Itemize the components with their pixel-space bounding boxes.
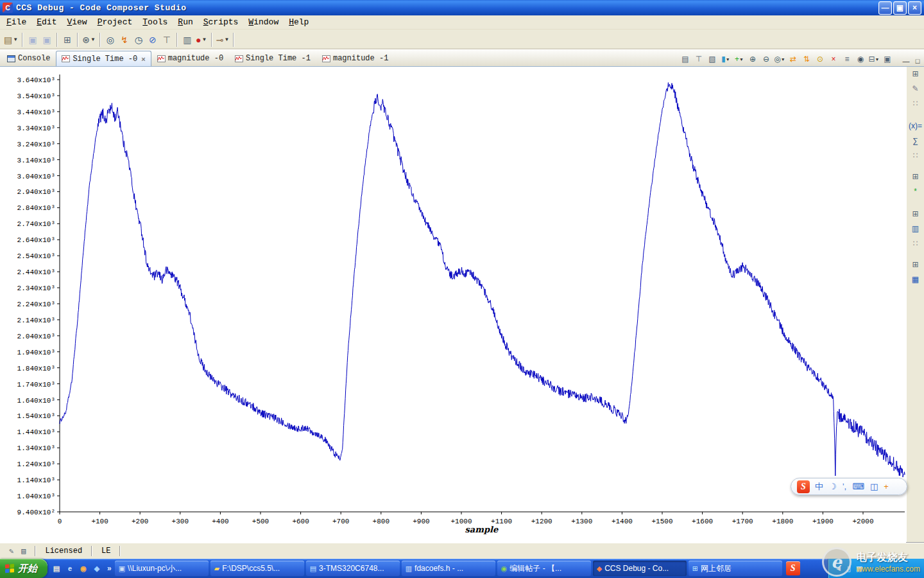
menu-project[interactable]: Project — [92, 16, 138, 28]
search-data-icon[interactable]: ◉ ▼ — [855, 53, 866, 65]
windows-flag-icon — [5, 564, 15, 574]
measurement-dropdown[interactable]: + ▼ — [733, 53, 745, 65]
restore-memory-icon[interactable]: ⊞ — [912, 259, 918, 270]
restore-debug-icon[interactable]: ⊞ — [912, 171, 918, 182]
snapshot-icon[interactable]: ⊙ ▼ — [814, 53, 826, 65]
sogou-wrench-icon[interactable]: + — [884, 482, 889, 491]
zoom-mode-dropdown[interactable]: ◎ ▼ — [774, 53, 785, 65]
edit-icon[interactable]: ✎ — [912, 83, 918, 94]
pin-display-icon[interactable]: ⊤ ▼ — [693, 53, 705, 65]
tab-console[interactable]: Console × — [1, 51, 56, 66]
display-mode-dropdown[interactable]: ⊟ ▼ — [868, 53, 880, 65]
build-dropdown[interactable]: ⊛ ▼ — [81, 33, 97, 47]
close-tab-icon[interactable]: × — [141, 55, 145, 63]
variables-icon[interactable]: (x)= — [909, 121, 922, 131]
sogou-taskbar-icon[interactable]: S — [786, 561, 800, 575]
task-tms320-doc[interactable]: ▤ 3-TMS320C6748... — [306, 561, 400, 576]
sogou-keyboard-icon[interactable]: ⌨ — [852, 482, 864, 491]
tab-single-time-1[interactable]: Single Time -1 × — [229, 51, 316, 66]
y-tick-label: 2.440x10³ — [17, 268, 55, 276]
task-icon: ◆ — [597, 565, 602, 572]
memory-save-icon[interactable]: ▥ ▼ — [180, 33, 194, 47]
sogou-moon-icon[interactable]: ☽ — [829, 482, 837, 491]
chart-style-dropdown[interactable]: ▮ ▼ — [720, 53, 732, 65]
save-icon[interactable]: ▣ ▼ — [26, 33, 40, 47]
status-bar: ✎▤ Licensed LE — [0, 543, 924, 559]
expressions-icon[interactable]: ∑ — [912, 136, 918, 146]
minimize-button[interactable]: — — [878, 1, 892, 15]
maximize-view-icon[interactable]: □ — [912, 56, 923, 66]
y-tick-label: 2.240x10³ — [17, 301, 55, 308]
sogou-logo-icon[interactable]: S — [797, 480, 810, 493]
skip-breakpoints-icon[interactable]: ⊘ ▼ — [146, 33, 160, 47]
menu-scripts[interactable]: Scripts — [198, 16, 244, 28]
sogou-punctuation-icon[interactable]: ’, — [843, 482, 847, 491]
media-player-icon[interactable]: ◉ — [78, 563, 89, 574]
editor-window-icon[interactable]: ⊞ ▼ — [60, 33, 74, 47]
clock-icon[interactable]: ◷ ▼ — [132, 33, 146, 47]
menu-edit[interactable]: Edit — [31, 16, 62, 28]
view-window-controls: —□ — [901, 56, 923, 66]
refresh-graph-icon[interactable]: ⇄ ▼ — [787, 53, 799, 65]
export-data-icon[interactable]: ▧ ▼ — [706, 53, 718, 65]
probe-dropdown[interactable]: ⊸ ▼ — [215, 33, 231, 47]
console-view-icon[interactable]: ▥ — [912, 223, 919, 234]
auto-fit-icon[interactable]: ▤ ▼ — [680, 53, 691, 65]
restore-console-icon[interactable]: ⊞ — [912, 69, 918, 79]
messenger-icon[interactable]: ◆ — [91, 563, 103, 574]
relaunch-icon[interactable]: * — [914, 186, 917, 197]
tray-usb-icon[interactable]: ▯ — [847, 565, 851, 573]
sogou-skin-icon[interactable]: ◫ — [870, 482, 878, 491]
start-button[interactable]: 开始 — [0, 559, 47, 578]
x-tick-label: +700 — [332, 518, 349, 525]
tab-magnitude-1[interactable]: magnitude -1 × — [316, 51, 394, 66]
tab-magnitude-0[interactable]: magnitude -0 × — [151, 51, 229, 66]
open-new-window-icon[interactable]: ▣ ▼ — [882, 53, 893, 65]
writable-icon[interactable]: ✎ — [5, 547, 17, 556]
show-legend-icon[interactable]: ≡ ▼ — [841, 53, 853, 65]
quicklaunch-overflow-chevron[interactable]: » — [106, 564, 113, 573]
drag-handle-dots-2[interactable]: ∷ — [913, 150, 918, 161]
menu-tools[interactable]: Tools — [137, 16, 173, 28]
new-dropdown[interactable]: ▤ ▼ — [3, 33, 19, 47]
single-time-chart: 3.640x10³3.540x10³3.440x10³3.340x10³3.24… — [0, 67, 906, 543]
task-liuxun-pc[interactable]: ▣ \\Liuxun-pc\小... — [115, 561, 209, 576]
zoom-out-icon[interactable]: ⊖ ▼ — [760, 53, 772, 65]
close-button[interactable]: × — [908, 1, 921, 15]
breakpoint-dropdown[interactable]: ● ▼ — [194, 33, 209, 47]
menu-help[interactable]: Help — [284, 16, 314, 28]
show-desktop-icon[interactable]: ▤ — [51, 563, 62, 574]
restore-button[interactable]: ▣ — [893, 1, 907, 15]
toolbar-group: ▥ ▼ ● ▼ — [180, 33, 215, 47]
menu-window[interactable]: Window — [243, 16, 284, 28]
ie-icon[interactable]: e — [64, 563, 76, 574]
y-tick-label: 1.840x10³ — [17, 365, 55, 372]
memory-browser-icon[interactable]: ▦ — [912, 274, 919, 285]
sogou-mode-chinese[interactable]: 中 — [815, 481, 823, 493]
sync-graph-icon[interactable]: ⇅ ▼ — [801, 53, 812, 65]
tray-network-icon[interactable]: ▦ — [856, 565, 862, 573]
selection-mode-icon[interactable]: ▤ — [17, 547, 30, 556]
menu-file[interactable]: File — [1, 16, 31, 28]
y-tick-label: 1.240x10³ — [17, 460, 55, 468]
restore-project-icon[interactable]: ⊞ — [912, 209, 918, 219]
target-config-icon[interactable]: ◎ ▼ — [103, 33, 117, 47]
zoom-in-icon[interactable]: ⊕ ▼ — [747, 53, 758, 65]
task-dsp-folder[interactable]: ▰ F:\DSP\ccs5.5\... — [210, 561, 304, 576]
tray-volume-icon[interactable]: ◄ — [835, 565, 842, 572]
menu-run[interactable]: Run — [173, 16, 198, 28]
task-fdacoefs[interactable]: ▥ fdacoefs.h - ... — [402, 561, 495, 576]
drag-handle-dots-3[interactable]: ∷ — [913, 238, 918, 249]
sogou-input-bar[interactable]: S 中☽’,⌨◫+ — [791, 478, 907, 495]
flash-icon[interactable]: ↯ ▼ — [117, 33, 132, 47]
tab-single-time-0[interactable]: Single Time -0 × — [56, 51, 151, 66]
task-ccs-debug[interactable]: ◆ CCS Debug - Co... — [593, 561, 687, 576]
minimize-view-icon[interactable]: — — [901, 56, 911, 66]
pin-icon[interactable]: ⊤ ▼ — [160, 33, 174, 47]
menu-view[interactable]: View — [62, 16, 92, 28]
drag-handle-dots[interactable]: ∷ — [913, 98, 918, 109]
save-all-icon[interactable]: ▣ ▼ — [40, 33, 54, 47]
clear-graph-icon[interactable]: × ▼ — [828, 53, 839, 65]
task-edit-post[interactable]: ◉ 编辑帖子 - 【... — [497, 561, 591, 576]
task-network-places[interactable]: ⊞ 网上邻居 — [689, 561, 782, 576]
